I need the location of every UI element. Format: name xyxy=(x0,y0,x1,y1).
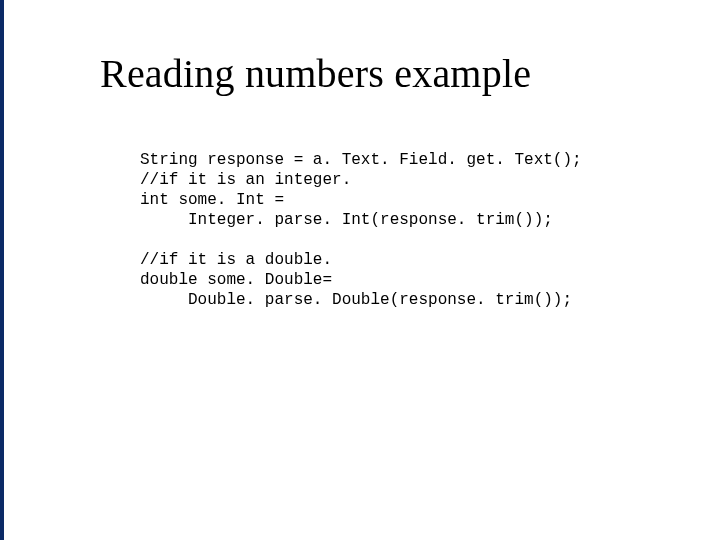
slide: Reading numbers example String response … xyxy=(0,0,720,540)
slide-title: Reading numbers example xyxy=(100,50,531,97)
code-line: double some. Double= xyxy=(140,271,332,289)
code-block: String response = a. Text. Field. get. T… xyxy=(140,130,582,330)
code-line: String response = a. Text. Field. get. T… xyxy=(140,151,582,169)
code-line: Integer. parse. Int(response. trim()); xyxy=(140,211,553,229)
code-line: //if it is an integer. xyxy=(140,171,351,189)
code-line: Double. parse. Double(response. trim()); xyxy=(140,291,572,309)
accent-bar xyxy=(0,0,4,540)
code-line: //if it is a double. xyxy=(140,251,332,269)
code-line: int some. Int = xyxy=(140,191,284,209)
